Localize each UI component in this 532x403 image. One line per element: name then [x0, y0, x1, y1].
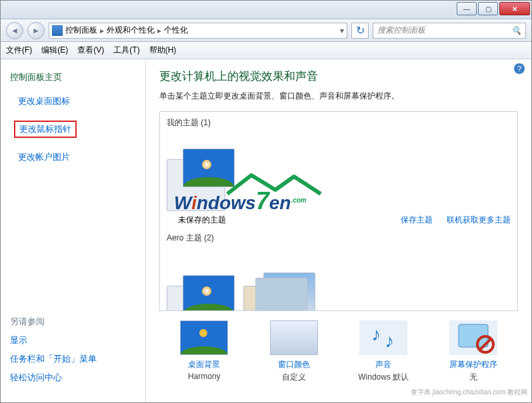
theme-label: 未保存的主题	[167, 214, 237, 226]
svg-text:♪: ♪	[371, 324, 381, 344]
breadcrumb-segment[interactable]: 控制面板	[65, 25, 97, 36]
theme-thumb-front	[183, 275, 235, 311]
breadcrumb-segment[interactable]: 个性化	[164, 25, 188, 36]
forward-button[interactable]: ►	[27, 22, 45, 39]
option-subtitle: 无	[433, 372, 513, 383]
theme-unsaved[interactable]: 未保存的主题	[167, 145, 237, 226]
menu-file[interactable]: 文件(F)	[6, 45, 32, 56]
main-panel: ? 更改计算机上的视觉效果和声音 单击某个主题立即更改桌面背景、窗口颜色、声音和…	[146, 59, 531, 402]
footer-watermark: 查字典 jiaocheng.chazidian.com 教程网	[411, 388, 527, 397]
maximize-button[interactable]: ▢	[478, 2, 498, 15]
menu-help[interactable]: 帮助(H)	[149, 45, 177, 56]
address-bar: ◄ ► 控制面板 ▸ 外观和个性化 ▸ 个性化 ▾ ↻ 搜索控制面板 🔍	[1, 19, 531, 42]
chevron-right-icon: ▸	[100, 26, 104, 35]
desktop-background-option[interactable]: 桌面背景 Harmony	[164, 320, 244, 383]
svg-text:♪: ♪	[385, 330, 394, 351]
menu-view[interactable]: 查看(V)	[77, 45, 104, 56]
theme-aero-2[interactable]	[243, 271, 313, 311]
window-color-icon	[270, 320, 318, 355]
screensaver-icon	[449, 320, 497, 355]
page-title: 更改计算机上的视觉效果和声音	[159, 69, 518, 84]
sidebar-link-desktop-icons[interactable]: 更改桌面图标	[18, 95, 136, 107]
search-icon[interactable]: 🔍	[511, 26, 521, 35]
see-also-taskbar[interactable]: 任务栏和「开始」菜单	[10, 353, 97, 365]
menu-tools[interactable]: 工具(T)	[113, 45, 139, 56]
option-subtitle: Harmony	[164, 372, 244, 381]
search-placeholder: 搜索控制面板	[377, 25, 425, 36]
content-area: 控制面板主页 更改桌面图标 更改鼠标指针 更改帐户图片 另请参阅 显示 任务栏和…	[1, 59, 531, 402]
option-subtitle: Windows 默认	[343, 372, 423, 383]
see-also-ease-of-access[interactable]: 轻松访问中心	[10, 372, 97, 384]
themes-panel: 我的主题 (1) 未保存的主题 保存主题 联机获取更多主题 Aero 主题 (2…	[159, 111, 518, 311]
option-title: 桌面背景	[164, 359, 244, 370]
my-themes-header: 我的主题 (1)	[167, 117, 511, 129]
refresh-button[interactable]: ↻	[351, 23, 369, 39]
control-panel-home-link[interactable]: 控制面板主页	[10, 71, 136, 83]
aero-themes-header: Aero 主题 (2)	[167, 232, 511, 244]
option-subtitle: 自定义	[254, 372, 334, 383]
minimize-button[interactable]: —	[457, 2, 477, 15]
sidebar: 控制面板主页 更改桌面图标 更改鼠标指针 更改帐户图片 另请参阅 显示 任务栏和…	[1, 59, 146, 402]
see-also-display[interactable]: 显示	[10, 334, 97, 346]
back-button[interactable]: ◄	[6, 22, 23, 39]
option-title: 窗口颜色	[254, 359, 334, 370]
desktop-background-icon	[180, 320, 228, 355]
sounds-icon: ♪♪	[359, 320, 407, 355]
control-panel-icon	[52, 25, 63, 36]
breadcrumb[interactable]: 控制面板 ▸ 外观和个性化 ▸ 个性化 ▾	[49, 23, 347, 39]
window-color-option[interactable]: 窗口颜色 自定义	[254, 320, 334, 383]
see-also-section: 另请参阅 显示 任务栏和「开始」菜单 轻松访问中心	[10, 316, 97, 390]
option-title: 声音	[343, 359, 423, 370]
page-description: 单击某个主题立即更改桌面背景、窗口颜色、声音和屏幕保护程序。	[159, 91, 518, 102]
theme-actions: 保存主题 联机获取更多主题	[389, 214, 511, 226]
option-title: 屏幕保护程序	[433, 359, 513, 370]
close-button[interactable]: ✕	[499, 2, 530, 15]
breadcrumb-segment[interactable]: 外观和个性化	[107, 25, 155, 36]
chevron-right-icon: ▸	[157, 26, 161, 35]
theme-aero-1[interactable]	[167, 271, 237, 311]
sidebar-link-mouse-pointers[interactable]: 更改鼠标指针	[14, 121, 77, 138]
chevron-down-icon[interactable]: ▾	[340, 26, 344, 35]
get-themes-online-link[interactable]: 联机获取更多主题	[447, 215, 511, 224]
window-titlebar: — ▢ ✕	[1, 1, 531, 19]
theme-thumb-front	[183, 149, 235, 187]
sidebar-link-account-picture[interactable]: 更改帐户图片	[18, 151, 136, 163]
see-also-header: 另请参阅	[10, 316, 97, 328]
theme-thumb-front	[255, 278, 307, 311]
menu-edit[interactable]: 编辑(E)	[41, 45, 68, 56]
help-icon[interactable]: ?	[514, 63, 525, 74]
screensaver-option[interactable]: 屏幕保护程序 无	[433, 320, 513, 383]
menu-bar: 文件(F) 编辑(E) 查看(V) 工具(T) 帮助(H)	[1, 42, 531, 59]
personalization-options: 桌面背景 Harmony 窗口颜色 自定义 ♪♪ 声音 Windows 默认 屏…	[159, 320, 518, 383]
save-theme-link[interactable]: 保存主题	[401, 215, 433, 224]
search-input[interactable]: 搜索控制面板 🔍	[373, 23, 526, 39]
sounds-option[interactable]: ♪♪ 声音 Windows 默认	[343, 320, 423, 383]
